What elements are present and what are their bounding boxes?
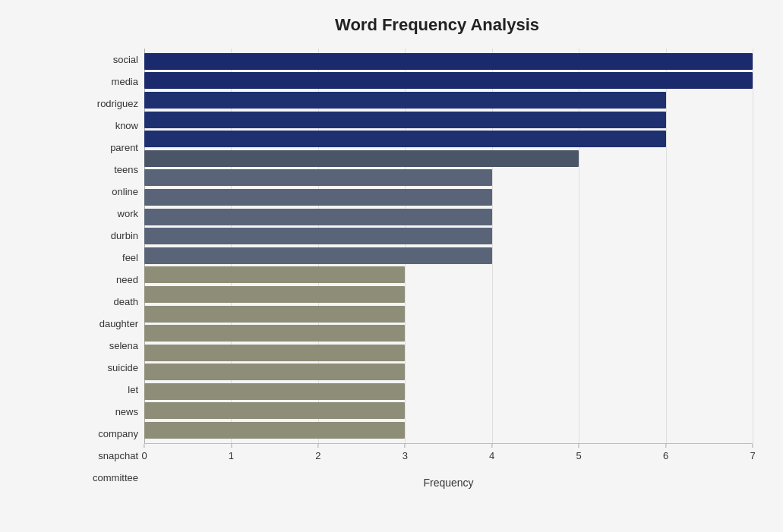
x-tick-label: 1 bbox=[229, 450, 234, 461]
x-tick-label: 7 bbox=[750, 450, 755, 461]
y-label: media bbox=[76, 77, 138, 87]
bar bbox=[144, 286, 405, 303]
bar-row bbox=[144, 149, 753, 168]
y-label: know bbox=[76, 121, 138, 131]
x-tick-label: 6 bbox=[663, 450, 668, 461]
bar bbox=[144, 53, 753, 70]
x-tick-label: 4 bbox=[489, 450, 494, 461]
y-axis-labels: socialmediarodriguezknowparentteensonlin… bbox=[76, 49, 144, 489]
bar bbox=[144, 364, 405, 380]
bar-row bbox=[144, 52, 753, 71]
bar-row bbox=[144, 323, 753, 343]
bar-row bbox=[144, 266, 753, 285]
x-tick-line bbox=[491, 444, 492, 448]
y-label: parent bbox=[76, 143, 138, 153]
y-label: feel bbox=[76, 253, 138, 263]
bar-row bbox=[144, 401, 753, 421]
bar-row bbox=[144, 207, 753, 227]
y-label: rodriguez bbox=[76, 99, 138, 109]
x-tick-line bbox=[231, 444, 232, 448]
bar bbox=[144, 72, 753, 89]
bar-row bbox=[144, 285, 753, 304]
y-label: let bbox=[76, 385, 138, 395]
x-tick-line bbox=[317, 444, 318, 448]
chart-title: Word Frequency Analysis bbox=[76, 15, 753, 35]
x-tick-label: 0 bbox=[141, 450, 147, 461]
x-tick: 4 bbox=[489, 444, 494, 461]
bar bbox=[144, 169, 492, 186]
x-tick-label: 2 bbox=[315, 450, 320, 461]
x-tick: 7 bbox=[750, 444, 755, 461]
y-label: teens bbox=[76, 165, 138, 175]
x-tick-line bbox=[752, 444, 753, 448]
bar-row bbox=[144, 304, 753, 324]
x-tick: 6 bbox=[663, 444, 668, 461]
x-tick: 1 bbox=[229, 444, 234, 461]
bar bbox=[144, 228, 492, 244]
bar-row bbox=[144, 420, 753, 440]
x-axis-title: Frequency bbox=[144, 477, 753, 489]
x-tick: 3 bbox=[403, 444, 408, 461]
y-label: social bbox=[76, 55, 138, 65]
x-tick-label: 3 bbox=[403, 450, 408, 461]
bar bbox=[144, 131, 666, 147]
y-label: selena bbox=[76, 341, 138, 351]
x-tick-label: 5 bbox=[576, 450, 582, 461]
bar-row bbox=[144, 71, 753, 91]
bar bbox=[144, 345, 405, 361]
bar bbox=[144, 422, 405, 439]
y-label: committee bbox=[76, 473, 138, 483]
y-label: company bbox=[76, 429, 138, 439]
bar-row bbox=[144, 168, 753, 188]
bar bbox=[144, 92, 666, 109]
x-tick-line bbox=[665, 444, 666, 448]
bars-region bbox=[144, 49, 753, 443]
bar bbox=[144, 383, 405, 400]
y-label: suicide bbox=[76, 363, 138, 373]
bar bbox=[144, 150, 579, 167]
bar-row bbox=[144, 382, 753, 401]
x-tick: 5 bbox=[576, 444, 582, 461]
bar bbox=[144, 325, 405, 342]
y-label: durbin bbox=[76, 231, 138, 241]
bar-row bbox=[144, 246, 753, 266]
y-label: snapchat bbox=[76, 451, 138, 461]
bar bbox=[144, 112, 666, 128]
bars-wrapper bbox=[144, 49, 753, 443]
bars-and-xaxis: 01234567 Frequency bbox=[144, 49, 753, 489]
grid-line bbox=[753, 49, 753, 443]
x-tick-line bbox=[144, 444, 144, 448]
y-label: daughter bbox=[76, 319, 138, 329]
bar bbox=[144, 247, 492, 264]
bar-row bbox=[144, 110, 753, 130]
bar-row bbox=[144, 363, 753, 382]
x-tick-line bbox=[405, 444, 406, 448]
bar bbox=[144, 266, 405, 283]
x-tick: 2 bbox=[315, 444, 320, 461]
x-tick-line bbox=[579, 444, 579, 448]
bar-row bbox=[144, 129, 753, 149]
chart-area: socialmediarodriguezknowparentteensonlin… bbox=[76, 49, 753, 489]
y-label: online bbox=[76, 187, 138, 197]
y-label: work bbox=[76, 209, 138, 219]
y-label: news bbox=[76, 407, 138, 417]
bar-row bbox=[144, 187, 753, 207]
bar bbox=[144, 189, 492, 206]
bar bbox=[144, 306, 405, 323]
bar-row bbox=[144, 343, 753, 363]
x-axis: 01234567 bbox=[144, 443, 753, 474]
x-tick: 0 bbox=[141, 444, 147, 461]
bar-row bbox=[144, 90, 753, 110]
bar bbox=[144, 402, 405, 419]
bar-row bbox=[144, 226, 753, 246]
bar bbox=[144, 209, 492, 225]
chart-container: Word Frequency Analysis socialmediarodri… bbox=[0, 0, 783, 532]
y-label: need bbox=[76, 275, 138, 285]
y-label: death bbox=[76, 297, 138, 307]
